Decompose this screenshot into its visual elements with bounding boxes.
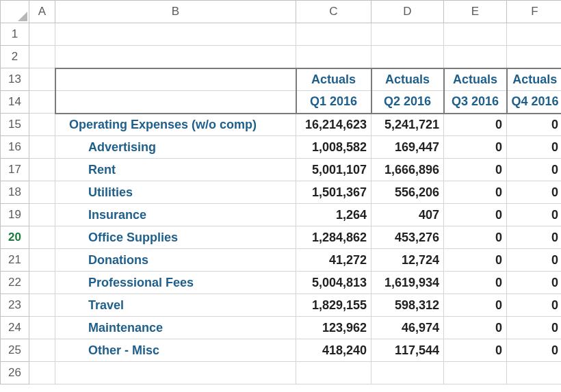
row-header-14[interactable]: 14 [1,91,29,114]
row-header-18[interactable]: 18 [1,181,29,204]
cell-B18[interactable]: Utilities [55,181,296,204]
cell-F16[interactable]: 0 [507,136,562,159]
select-all-corner[interactable] [1,1,29,23]
cell-A22[interactable] [29,272,55,294]
cell-D17[interactable]: 1,666,896 [371,159,444,181]
cell-A19[interactable] [29,204,55,226]
row-header-2[interactable]: 2 [1,46,29,68]
row-header-22[interactable]: 22 [1,272,29,294]
col-header-D[interactable]: D [371,1,444,23]
cell-A18[interactable] [29,181,55,204]
cell-A23[interactable] [29,294,55,317]
cell-A14[interactable] [29,91,55,114]
cell-F13[interactable]: Actuals [507,68,562,91]
cell-E19[interactable]: 0 [444,204,507,226]
cell-C13[interactable]: Actuals [296,68,371,91]
cell-E20[interactable]: 0 [444,226,507,249]
cell-D14[interactable]: Q2 2016 [371,91,444,114]
cell-B26[interactable] [55,362,296,384]
cell-A2[interactable] [29,46,55,68]
cell-C14[interactable]: Q1 2016 [296,91,371,114]
cell-B14[interactable] [55,91,296,114]
cell-D1[interactable] [371,23,444,46]
cell-A13[interactable] [29,68,55,91]
cell-D18[interactable]: 556,206 [371,181,444,204]
cell-A25[interactable] [29,339,55,362]
cell-D16[interactable]: 169,447 [371,136,444,159]
cell-E17[interactable]: 0 [444,159,507,181]
row-header-24[interactable]: 24 [1,317,29,339]
cell-C21[interactable]: 41,272 [296,249,371,272]
cell-E1[interactable] [444,23,507,46]
cell-F1[interactable] [507,23,562,46]
cell-C16[interactable]: 1,008,582 [296,136,371,159]
cell-E15[interactable]: 0 [444,114,507,136]
cell-D24[interactable]: 46,974 [371,317,444,339]
cell-F20[interactable]: 0 [507,226,562,249]
cell-D20[interactable]: 453,276 [371,226,444,249]
cell-E2[interactable] [444,46,507,68]
col-header-A[interactable]: A [29,1,55,23]
row-header-21[interactable]: 21 [1,249,29,272]
grid[interactable]: A B C D E F 1 2 13 Actuals Actuals Actua… [0,0,561,384]
cell-A15[interactable] [29,114,55,136]
cell-B21[interactable]: Donations [55,249,296,272]
cell-C22[interactable]: 5,004,813 [296,272,371,294]
cell-C25[interactable]: 418,240 [296,339,371,362]
cell-F24[interactable]: 0 [507,317,562,339]
cell-B2[interactable] [55,46,296,68]
cell-F19[interactable]: 0 [507,204,562,226]
cell-F21[interactable]: 0 [507,249,562,272]
cell-B19[interactable]: Insurance [55,204,296,226]
cell-C15[interactable]: 16,214,623 [296,114,371,136]
cell-D21[interactable]: 12,724 [371,249,444,272]
cell-C26[interactable] [296,362,371,384]
cell-D26[interactable] [371,362,444,384]
row-header-20[interactable]: 20 [1,226,29,249]
cell-E16[interactable]: 0 [444,136,507,159]
cell-F22[interactable]: 0 [507,272,562,294]
row-header-25[interactable]: 25 [1,339,29,362]
row-header-19[interactable]: 19 [1,204,29,226]
cell-F17[interactable]: 0 [507,159,562,181]
cell-B1[interactable] [55,23,296,46]
cell-A16[interactable] [29,136,55,159]
cell-B20[interactable]: Office Supplies [55,226,296,249]
cell-F15[interactable]: 0 [507,114,562,136]
cell-C1[interactable] [296,23,371,46]
cell-E22[interactable]: 0 [444,272,507,294]
cell-A17[interactable] [29,159,55,181]
cell-C24[interactable]: 123,962 [296,317,371,339]
cell-B23[interactable]: Travel [55,294,296,317]
cell-F2[interactable] [507,46,562,68]
cell-F25[interactable]: 0 [507,339,562,362]
cell-E13[interactable]: Actuals [444,68,507,91]
row-header-23[interactable]: 23 [1,294,29,317]
cell-E26[interactable] [444,362,507,384]
cell-C23[interactable]: 1,829,155 [296,294,371,317]
row-header-13[interactable]: 13 [1,68,29,91]
cell-D15[interactable]: 5,241,721 [371,114,444,136]
cell-A21[interactable] [29,249,55,272]
cell-D19[interactable]: 407 [371,204,444,226]
cell-B17[interactable]: Rent [55,159,296,181]
cell-B25[interactable]: Other - Misc [55,339,296,362]
cell-C20[interactable]: 1,284,862 [296,226,371,249]
cell-D2[interactable] [371,46,444,68]
cell-B15[interactable]: Operating Expenses (w/o comp) [55,114,296,136]
cell-E23[interactable]: 0 [444,294,507,317]
cell-D25[interactable]: 117,544 [371,339,444,362]
cell-B22[interactable]: Professional Fees [55,272,296,294]
cell-C18[interactable]: 1,501,367 [296,181,371,204]
cell-E24[interactable]: 0 [444,317,507,339]
cell-C17[interactable]: 5,001,107 [296,159,371,181]
cell-E18[interactable]: 0 [444,181,507,204]
cell-A26[interactable] [29,362,55,384]
cell-B24[interactable]: Maintenance [55,317,296,339]
cell-A1[interactable] [29,23,55,46]
cell-F23[interactable]: 0 [507,294,562,317]
cell-B16[interactable]: Advertising [55,136,296,159]
cell-F14[interactable]: Q4 2016 [507,91,562,114]
cell-C2[interactable] [296,46,371,68]
col-header-C[interactable]: C [296,1,371,23]
